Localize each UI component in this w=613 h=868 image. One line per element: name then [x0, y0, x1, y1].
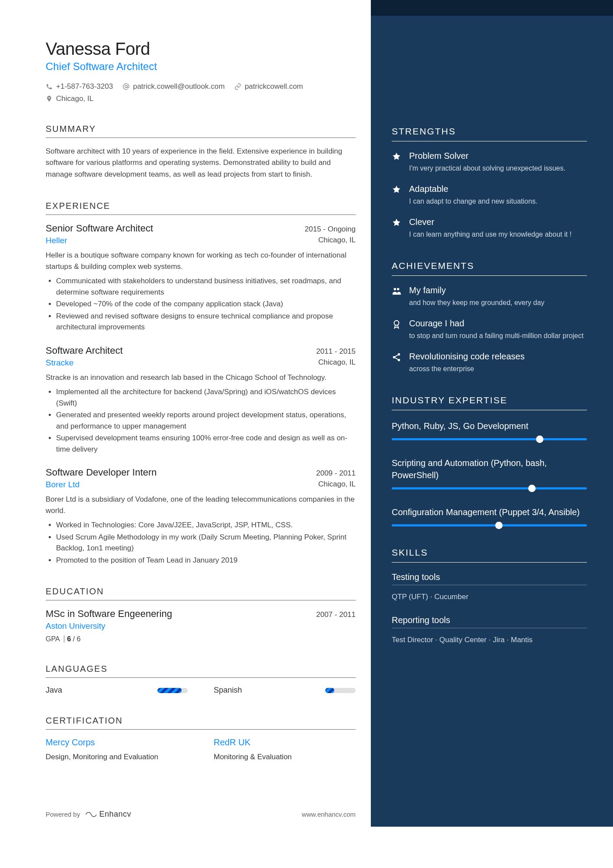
- footer-url: www.enhancv.com: [302, 811, 356, 818]
- summary-section: SUMMARY Software architect with 10 years…: [46, 124, 356, 180]
- contact-row: +1-587-763-3203 patrick.cowell@outlook.c…: [46, 82, 356, 103]
- language-name: Spanish: [214, 686, 242, 695]
- languages-section: LANGUAGES Java Spanish: [46, 664, 356, 695]
- badge-icon: [392, 319, 401, 341]
- location-contact: Chicago, IL: [46, 94, 93, 103]
- achievement-item: Courage I had to stop and turn round a f…: [392, 318, 587, 341]
- summary-heading: SUMMARY: [46, 124, 356, 137]
- strength-title: Clever: [409, 217, 572, 227]
- sidebar: STRENGTHS Problem Solver I'm very practi…: [371, 0, 613, 827]
- strength-item: Problem Solver I'm very practical about …: [392, 151, 587, 174]
- enhancv-logo: Enhancv: [85, 810, 131, 819]
- gpa: GPA 6 / 6: [46, 635, 356, 643]
- summary-text: Software architect with 10 years of expe…: [46, 146, 356, 180]
- achievement-item: My family and how they keep me grounded,…: [392, 285, 587, 308]
- skill-list: Test Director · Quality Center · Jira · …: [392, 633, 587, 647]
- powered-by-label: Powered by: [46, 811, 80, 818]
- skill-category: Reporting tools Test Director · Quality …: [392, 615, 587, 647]
- job-desc: Stracke is an innovation and research la…: [46, 372, 356, 383]
- gpa-value: 6: [67, 635, 71, 643]
- achievement-desc: and how they keep me grounded, every day: [409, 298, 544, 308]
- bullet: Reviewed and revised software designs to…: [56, 311, 356, 333]
- job-location: Chicago, IL: [318, 358, 356, 368]
- family-icon: [392, 286, 401, 308]
- skills-heading: SKILLS: [392, 547, 587, 562]
- expertise-bar: [392, 487, 587, 489]
- email-contact: patrick.cowell@outlook.com: [123, 82, 225, 91]
- experience-section: EXPERIENCE Senior Software Architect 201…: [46, 201, 356, 566]
- language-name: Java: [46, 686, 62, 695]
- main-column: Vanessa Ford Chief Software Architect +1…: [0, 0, 371, 827]
- achievement-desc: to stop and turn round a failing multi-m…: [409, 331, 583, 341]
- job-company: Borer Ltd: [46, 480, 80, 489]
- email-text: patrick.cowell@outlook.com: [133, 82, 225, 91]
- svg-point-5: [393, 356, 396, 359]
- language-item: Spanish: [214, 686, 356, 695]
- svg-point-4: [398, 353, 400, 356]
- svg-point-2: [397, 288, 400, 291]
- gpa-max: 6: [77, 635, 80, 643]
- divider: [392, 275, 587, 276]
- star-icon: [392, 218, 401, 240]
- experience-heading: EXPERIENCE: [46, 201, 356, 214]
- achievements-heading: ACHIEVEMENTS: [392, 261, 587, 275]
- location-text: Chicago, IL: [56, 94, 93, 103]
- brand-name: Enhancv: [99, 810, 131, 819]
- achievement-title: My family: [409, 285, 544, 295]
- school: Aston University: [46, 621, 356, 631]
- divider: [46, 677, 356, 678]
- job-bullets: Implemented all the architecture for bac…: [46, 386, 356, 455]
- bullet: Generated and presented weekly reports a…: [56, 409, 356, 432]
- cert-item: Mercy Corps Design, Monitoring and Evalu…: [46, 737, 188, 761]
- job-date: 2009 - 2011: [316, 469, 356, 478]
- phone-text: +1-587-763-3203: [56, 82, 113, 91]
- expertise-section: INDUSTRY EXPERTISE Python, Ruby, JS, Go …: [392, 395, 587, 526]
- star-icon: [392, 152, 401, 174]
- cert-name: Mercy Corps: [46, 737, 188, 747]
- bullet: Communicated with stakeholders to unders…: [56, 275, 356, 298]
- achievement-desc: across the enterprise: [409, 364, 525, 374]
- expertise-label: Python, Ruby, JS, Go Development: [392, 420, 587, 432]
- bullet: Used Scrum Agile Methodology in my work …: [56, 532, 356, 554]
- strengths-section: STRENGTHS Problem Solver I'm very practi…: [392, 126, 587, 240]
- cert-desc: Monitoring & Evaluation: [214, 753, 356, 761]
- link-icon: [234, 83, 241, 90]
- svg-point-0: [125, 85, 127, 87]
- degree: MSc in Software Engeenering: [46, 608, 172, 620]
- expertise-label: Scripting and Automation (Python, bash, …: [392, 457, 587, 481]
- languages-heading: LANGUAGES: [46, 664, 356, 677]
- job-item: Software Developer Intern 2009 - 2011 Bo…: [46, 467, 356, 566]
- achievement-title: Courage I had: [409, 318, 583, 328]
- job-role: Software Developer Intern: [46, 467, 157, 478]
- job-date: 2011 - 2015: [316, 347, 356, 356]
- at-icon: [123, 83, 130, 90]
- skill-category-title: Reporting tools: [392, 615, 587, 625]
- bullet: Promoted to the position of Team Lead in…: [56, 555, 356, 566]
- job-bullets: Worked in Technologies: Core Java/J2EE, …: [46, 519, 356, 566]
- bullet: Implemented all the architecture for bac…: [56, 386, 356, 409]
- divider: [392, 628, 587, 628]
- strength-title: Problem Solver: [409, 151, 566, 161]
- job-desc: Heller is a boutique software company kn…: [46, 250, 356, 272]
- job-desc: Borer Ltd is a subsidiary of Vodafone, o…: [46, 494, 356, 516]
- cert-desc: Design, Monitoring and Evaluation: [46, 753, 188, 761]
- strength-item: Adaptable I can adapt to change and new …: [392, 184, 587, 207]
- job-company: Stracke: [46, 358, 73, 368]
- gpa-label: GPA: [46, 635, 60, 643]
- expertise-label: Configuration Management (Puppet 3/4, An…: [392, 506, 587, 518]
- strength-desc: I can learn anything and use my knowledg…: [409, 229, 572, 240]
- pin-icon: [46, 95, 53, 102]
- skill-category: Testing tools QTP (UFT) · Cucumber: [392, 572, 587, 604]
- divider: [392, 410, 587, 410]
- skill-category-title: Testing tools: [392, 572, 587, 582]
- job-bullets: Communicated with stakeholders to unders…: [46, 275, 356, 333]
- achievement-title: Revolutionising code releases: [409, 352, 525, 362]
- language-bar: [325, 688, 356, 693]
- bullet: Developed ~70% of the code of the compan…: [56, 298, 356, 310]
- certification-section: CERTIFICATION Mercy Corps Design, Monito…: [46, 716, 356, 761]
- cert-name: RedR UK: [214, 737, 356, 747]
- job-location: Chicago, IL: [318, 480, 356, 489]
- strength-title: Adaptable: [409, 184, 537, 194]
- strengths-heading: STRENGTHS: [392, 126, 587, 141]
- divider: [392, 562, 587, 563]
